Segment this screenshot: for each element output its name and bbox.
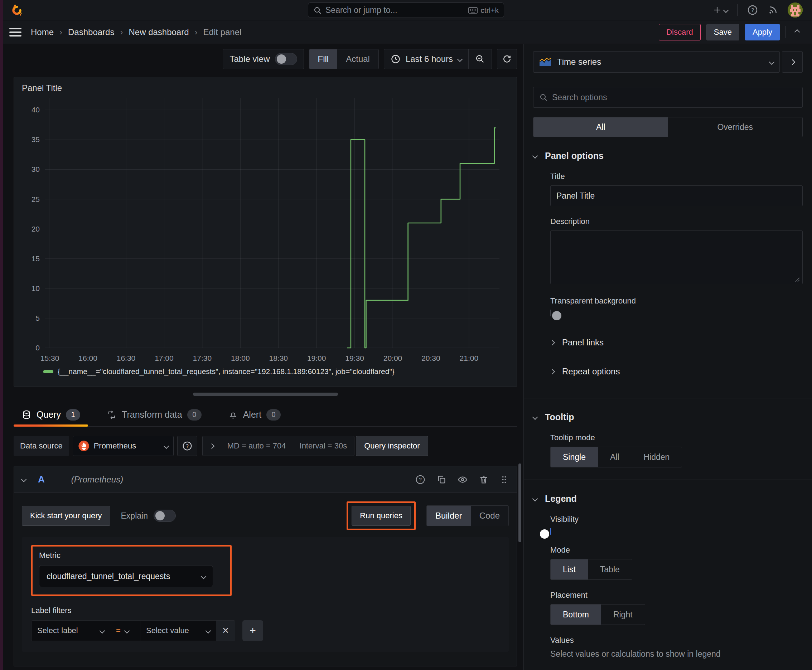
tab-alert-count: 0 <box>266 409 281 421</box>
explain-switch[interactable] <box>154 510 176 522</box>
builder-option[interactable]: Builder <box>427 506 471 526</box>
tooltip-hidden-option[interactable]: Hidden <box>632 447 682 467</box>
operator-dropdown[interactable]: = <box>110 621 140 641</box>
kick-start-query-button[interactable]: Kick start your query <box>22 506 110 526</box>
metric-select[interactable]: cloudflared_tunnel_total_requests <box>39 565 213 587</box>
options-search[interactable] <box>533 87 803 108</box>
zoom-out-button[interactable] <box>468 49 492 69</box>
breadcrumb-new-dashboard[interactable]: New dashboard <box>129 27 189 37</box>
search-icon <box>313 6 322 15</box>
refresh-button[interactable] <box>497 49 517 69</box>
menu-toggle-button[interactable] <box>9 28 22 37</box>
tab-query-label: Query <box>37 409 61 420</box>
repeat-options-row[interactable]: Repeat options <box>550 357 803 386</box>
bell-icon <box>228 410 238 420</box>
svg-text:19:30: 19:30 <box>345 354 364 362</box>
help-button[interactable]: ? <box>747 4 758 16</box>
legend-bottom-option[interactable]: Bottom <box>551 604 601 624</box>
panel-resize-handle[interactable] <box>193 393 338 396</box>
legend-list-option[interactable]: List <box>551 559 588 579</box>
label-filter-group: Select label = Select value <box>31 620 235 641</box>
visualization-picker[interactable]: Time series <box>533 51 780 73</box>
content-area: Table view Fill Actual Last 6 hours <box>0 44 812 670</box>
query-row-header[interactable]: A (Prometheus) ? <box>14 466 517 493</box>
chart-panel: Panel Title 051015202530354015:3016:0016… <box>14 77 517 387</box>
time-series-chart[interactable]: 051015202530354015:3016:0016:3017:0017:3… <box>22 93 509 367</box>
breadcrumb-dashboards[interactable]: Dashboards <box>68 27 114 37</box>
legend-visibility-switch[interactable] <box>550 528 551 535</box>
label-filter-row: Select label = Select value <box>31 620 500 641</box>
run-queries-button[interactable]: Run queries <box>352 506 411 526</box>
table-view-switch[interactable] <box>275 53 297 65</box>
news-button[interactable] <box>768 5 778 15</box>
legend-title: Legend <box>545 494 577 504</box>
tab-transform-count: 0 <box>187 409 202 421</box>
save-button[interactable]: Save <box>706 24 739 41</box>
remove-filter-button[interactable]: ✕ <box>216 621 235 641</box>
tab-query[interactable]: Query 1 <box>14 403 88 426</box>
global-search-input[interactable] <box>325 5 465 15</box>
query-inspector-button[interactable]: Query inspector <box>356 436 428 456</box>
panel-links-row[interactable]: Panel links <box>550 328 803 357</box>
open-viz-list-button[interactable] <box>782 51 803 73</box>
panel-options-header[interactable]: Panel options <box>533 151 803 161</box>
time-range-picker[interactable]: Last 6 hours <box>384 49 468 69</box>
select-value-placeholder: Select value <box>146 626 202 635</box>
options-search-input[interactable] <box>552 93 797 102</box>
table-view-group: Table view <box>223 49 303 69</box>
tab-alert[interactable]: Alert 0 <box>220 403 288 426</box>
tab-all[interactable]: All <box>534 117 668 137</box>
legend-table-option[interactable]: Table <box>588 559 632 579</box>
delete-query-trash-icon[interactable] <box>479 475 489 485</box>
legend-right-option[interactable]: Right <box>601 604 645 624</box>
collapse-chrome-button[interactable] <box>795 29 800 35</box>
tooltip-header[interactable]: Tooltip <box>533 412 803 422</box>
nav-bar: Home › Dashboards › New dashboard › Edit… <box>0 20 812 44</box>
panel-description-textarea[interactable] <box>550 230 803 284</box>
tooltip-mode-segmented: Single All Hidden <box>550 447 682 467</box>
top-bar: ctrl+k ? <box>0 0 812 20</box>
hide-response-eye-icon[interactable] <box>457 474 468 485</box>
database-icon <box>22 410 32 420</box>
grafana-logo[interactable] <box>9 2 24 17</box>
explain-toggle[interactable]: Explain <box>121 510 176 522</box>
select-value-dropdown[interactable]: Select value <box>140 621 216 641</box>
drag-grip-icon[interactable] <box>500 475 509 484</box>
datasource-select[interactable]: Prometheus <box>73 436 174 456</box>
resize-handle-icon[interactable] <box>795 277 800 282</box>
tooltip-all-option[interactable]: All <box>598 447 632 467</box>
chart-legend[interactable]: {__name__="cloudflared_tunnel_total_requ… <box>43 367 509 376</box>
tooltip-single-option[interactable]: Single <box>551 447 598 467</box>
select-label-dropdown[interactable]: Select label <box>32 621 110 641</box>
breadcrumb-home[interactable]: Home <box>31 27 54 37</box>
query-help-icon[interactable]: ? <box>415 474 425 485</box>
duplicate-query-icon[interactable] <box>436 475 446 485</box>
svg-text:15:30: 15:30 <box>41 354 59 362</box>
code-option[interactable]: Code <box>471 506 509 526</box>
fill-option[interactable]: Fill <box>309 49 337 69</box>
apply-button[interactable]: Apply <box>745 24 780 41</box>
svg-text:?: ? <box>419 477 422 482</box>
main-scrollbar-thumb[interactable] <box>519 464 521 542</box>
nav-divider <box>785 26 786 38</box>
prometheus-icon <box>78 440 90 452</box>
table-view-toggle[interactable]: Table view <box>223 49 303 69</box>
datasource-help-button[interactable]: ? <box>177 436 197 456</box>
panel-links-label: Panel links <box>562 337 603 347</box>
user-avatar[interactable] <box>788 2 803 17</box>
actual-option[interactable]: Actual <box>337 49 378 69</box>
discard-button[interactable]: Discard <box>659 24 701 41</box>
search-shortcut: ctrl+k <box>468 6 499 15</box>
transparent-bg-switch[interactable] <box>550 310 551 316</box>
new-menu-button[interactable] <box>712 5 728 15</box>
tab-transform-data[interactable]: Transform data 0 <box>99 403 209 426</box>
legend-mode-segmented: List Table <box>550 559 632 580</box>
global-search[interactable]: ctrl+k <box>308 2 504 18</box>
legend-header[interactable]: Legend <box>533 494 803 504</box>
clock-icon <box>391 54 401 64</box>
chevron-right-icon[interactable] <box>209 443 214 449</box>
panel-title-input[interactable] <box>550 185 803 206</box>
tab-overrides[interactable]: Overrides <box>668 117 803 137</box>
collapse-query-icon[interactable] <box>21 477 27 482</box>
add-filter-button[interactable]: + <box>242 620 263 641</box>
